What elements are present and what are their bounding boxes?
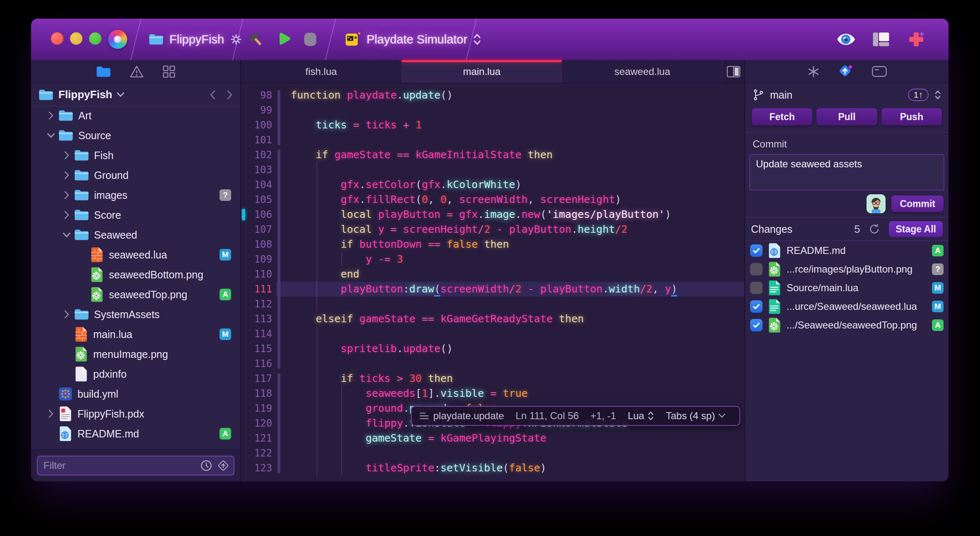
- tree-item[interactable]: Seaweed: [31, 225, 240, 245]
- close-button[interactable]: [51, 32, 63, 45]
- code-line-113[interactable]: 113 elseif gameState == kGameGetReadySta…: [241, 311, 744, 326]
- tree-item[interactable]: pdxinfo: [31, 364, 240, 384]
- tab-seaweed.lua[interactable]: seaweed.lua: [562, 60, 723, 83]
- change-row[interactable]: Source/main.luaM: [745, 278, 949, 297]
- code-line-123[interactable]: 123 titleSprite:setVisible(false): [241, 461, 744, 476]
- tree-item[interactable]: README.mdA: [31, 424, 240, 444]
- symbols-tab-icon[interactable]: [162, 65, 176, 78]
- project-menu[interactable]: FlippyFish: [149, 19, 242, 60]
- symbol-path[interactable]: playdate.update: [419, 410, 504, 422]
- change-row[interactable]: ...urce/Seaweed/seaweed.luaM: [745, 297, 949, 316]
- chevron-right-icon[interactable]: [59, 191, 74, 200]
- fold-ribbon[interactable]: [278, 90, 280, 145]
- push-button[interactable]: Push: [881, 108, 942, 126]
- indentation-selector[interactable]: Tabs (4 sp): [666, 410, 726, 422]
- stage-checkbox[interactable]: [750, 263, 763, 275]
- chevron-right-icon[interactable]: [59, 310, 74, 319]
- tree-item[interactable]: Art: [31, 106, 240, 126]
- branch-switch-icon[interactable]: [934, 89, 941, 100]
- terminal-panel-icon[interactable]: [872, 66, 887, 77]
- chevron-down-icon[interactable]: [43, 133, 58, 138]
- project-settings-gear-icon[interactable]: [230, 33, 242, 46]
- code-line-103[interactable]: 103: [241, 162, 744, 177]
- code-line-105[interactable]: 105 gfx.fillRect(0, 0, screenWidth, scre…: [241, 192, 744, 207]
- stage-all-button[interactable]: Stage All: [889, 221, 943, 237]
- code-line-109[interactable]: 109 y -= 3: [241, 252, 744, 267]
- code-line-100[interactable]: 100 ticks = ticks + 1: [241, 118, 744, 133]
- code-line-104[interactable]: 104 gfx.setColor(gfx.kColorWhite): [241, 177, 744, 192]
- code-line-110[interactable]: 110 end: [241, 267, 744, 282]
- chevron-right-icon[interactable]: [43, 409, 58, 418]
- pull-button[interactable]: Pull: [816, 108, 877, 126]
- layout-panels-icon[interactable]: [872, 32, 890, 47]
- tree-item[interactable]: FlippyFish.pdx: [31, 404, 240, 424]
- code-line-102[interactable]: 102 if gameState == kGameInitialState th…: [241, 147, 744, 162]
- tree-item[interactable]: seaweed.luaM: [31, 245, 240, 265]
- code-line-115[interactable]: 115 spritelib.update(): [241, 341, 744, 356]
- code-line-117[interactable]: 117 if ticks > 30 then: [241, 371, 744, 386]
- stage-checkbox[interactable]: [750, 300, 763, 313]
- chevron-down-icon[interactable]: [59, 232, 74, 238]
- language-selector[interactable]: Lua: [628, 410, 654, 422]
- commit-message-input[interactable]: Update seaweed assets: [749, 154, 944, 191]
- remote-asterisk-icon[interactable]: [807, 65, 820, 78]
- source-control-icon[interactable]: [838, 64, 854, 80]
- refresh-icon[interactable]: [868, 223, 881, 235]
- tree-item[interactable]: menuImage.png: [31, 344, 240, 364]
- stage-checkbox[interactable]: [750, 319, 763, 331]
- code-line-114[interactable]: 114: [241, 326, 744, 341]
- new-item-plus-icon[interactable]: [907, 30, 925, 48]
- code-line-107[interactable]: 107 local y = screenHeight/2 - playButto…: [241, 222, 744, 237]
- code-line-101[interactable]: 101: [241, 133, 744, 147]
- change-row[interactable]: .../Seaweed/seaweedTop.pngA: [745, 316, 949, 334]
- code-line-112[interactable]: 112: [241, 297, 744, 311]
- recent-clock-icon[interactable]: [200, 460, 212, 471]
- tree-item[interactable]: build.yml: [31, 384, 240, 404]
- back-icon[interactable]: [210, 89, 216, 100]
- tree-item[interactable]: seaweedBottom.png: [31, 265, 240, 285]
- scm-filter-icon[interactable]: [217, 459, 229, 472]
- run-play-icon[interactable]: [275, 31, 292, 48]
- zoom-button[interactable]: [89, 32, 101, 45]
- stage-checkbox[interactable]: [750, 282, 763, 294]
- code-line-106[interactable]: 106 local playButton = gfx.image.new('im…: [241, 207, 744, 222]
- change-row[interactable]: README.mdA: [745, 241, 949, 260]
- fetch-button[interactable]: Fetch: [752, 108, 812, 126]
- fold-ribbon[interactable]: [278, 373, 280, 473]
- tree-item[interactable]: seaweedTop.pngA: [31, 285, 240, 304]
- code-line-116[interactable]: 116: [241, 356, 744, 371]
- code-line-98[interactable]: 98function playdate.update(): [241, 88, 744, 103]
- tree-item[interactable]: images?: [31, 185, 240, 205]
- run-target-selector[interactable]: Playdate Simulator: [345, 19, 481, 60]
- code-line-121[interactable]: 121 gameState = kGamePlayingState: [241, 431, 744, 446]
- chevron-right-icon[interactable]: [59, 210, 74, 220]
- tree-item[interactable]: Fish: [31, 145, 240, 165]
- tree-item[interactable]: SystemAssets: [31, 304, 240, 324]
- tab-fish.lua[interactable]: fish.lua: [241, 60, 402, 83]
- fold-ribbon[interactable]: [278, 150, 280, 369]
- project-header[interactable]: FlippyFish: [31, 83, 240, 106]
- preview-eye-icon[interactable]: [837, 33, 855, 46]
- tab-main.lua[interactable]: main.lua: [402, 60, 562, 83]
- split-editor-icon[interactable]: [723, 60, 744, 83]
- tree-item[interactable]: Ground: [31, 165, 240, 185]
- minimize-button[interactable]: [70, 32, 82, 45]
- forward-icon[interactable]: [227, 89, 233, 100]
- tree-item[interactable]: main.luaM: [31, 324, 240, 344]
- change-row[interactable]: ...rce/images/playButton.png?: [745, 260, 949, 278]
- code-line-108[interactable]: 108 if buttonDown == false then: [241, 237, 744, 252]
- code-line-111[interactable]: 111 playButton:draw(screenWidth/2 - play…: [241, 282, 744, 297]
- chevron-right-icon[interactable]: [59, 151, 74, 160]
- chevron-right-icon[interactable]: [59, 171, 74, 180]
- files-tab-icon[interactable]: [96, 66, 111, 77]
- code-line-118[interactable]: 118 seaweeds[1].visible = true: [241, 386, 744, 401]
- chevron-right-icon[interactable]: [43, 111, 58, 120]
- stop-icon[interactable]: [303, 31, 318, 47]
- stage-checkbox[interactable]: [750, 244, 763, 257]
- code-line-99[interactable]: 99: [241, 103, 744, 118]
- build-hammer-icon[interactable]: [247, 31, 265, 48]
- tree-item[interactable]: Score: [31, 205, 240, 225]
- code-line-122[interactable]: 122: [241, 446, 744, 461]
- tree-item[interactable]: Source: [31, 126, 240, 145]
- commit-button[interactable]: Commit: [891, 196, 944, 212]
